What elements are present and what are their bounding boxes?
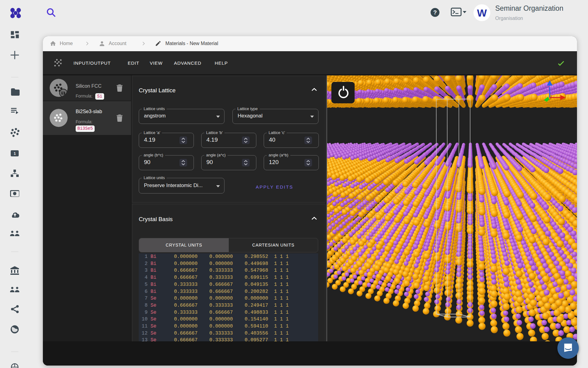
svg-text:1: 1 xyxy=(13,151,16,156)
